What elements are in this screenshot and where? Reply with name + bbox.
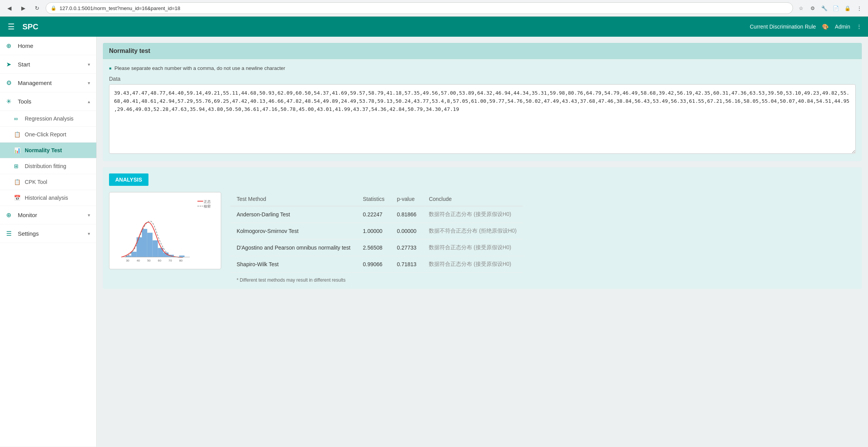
table-row: D'Agostino and Pearson omnibus normality…: [230, 240, 523, 256]
results-table: Test Method Statistics p-value Conclude …: [230, 192, 523, 273]
sidebar-item-settings-label: Settings: [18, 230, 39, 237]
sidebar-item-cpk-tool[interactable]: 📋 CPK Tool: [0, 174, 96, 190]
browser-chrome: ◀ ▶ ↻ 🔒 127.0.0.1:5001/norm_test?menu_id…: [0, 0, 868, 17]
col-header-conclude: Conclude: [423, 192, 523, 206]
row4-pvalue: 0.71813: [391, 256, 423, 273]
svg-rect-8: [147, 233, 153, 257]
normality-test-card: Normality test Please separate each numb…: [103, 43, 862, 161]
svg-rect-13: [179, 255, 184, 257]
sidebar-item-historical-analysis[interactable]: 📅 Historical analysis: [0, 190, 96, 206]
main-layout: ⊕ Home ➤ Start ▾ ⚙ Management ▾ ✳ Tools …: [0, 37, 868, 447]
table-row: Shapiro-Wilk Test 0.99066 0.71813 数据符合正态…: [230, 256, 523, 273]
menu-button[interactable]: ⋮: [854, 3, 864, 13]
sidebar-item-one-click-label: One-Click Report: [25, 131, 66, 138]
row4-conclude: 数据符合正态分布 (接受原假设H0): [423, 256, 523, 273]
extension-3[interactable]: 📄: [831, 3, 841, 13]
discrimination-rule-label: Current Discrimination Rule: [750, 24, 816, 30]
forward-button[interactable]: ▶: [18, 3, 29, 14]
analysis-label: ANALYSIS: [109, 173, 148, 186]
tools-icon: ✳: [6, 98, 14, 105]
svg-text:50: 50: [147, 259, 151, 262]
svg-rect-5: [131, 252, 136, 257]
histogram-chart: 正态 核密: [109, 192, 221, 269]
row3-statistics: 2.56508: [357, 240, 391, 256]
col-header-method: Test Method: [230, 192, 357, 206]
row2-pvalue: 0.00000: [391, 223, 423, 240]
sidebar-item-management[interactable]: ⚙ Management ▾: [0, 74, 96, 92]
extension-2[interactable]: 🔧: [819, 3, 829, 13]
sidebar-item-tools-label: Tools: [18, 98, 31, 105]
one-click-report-icon: 📋: [14, 131, 21, 138]
sidebar-item-start[interactable]: ➤ Start ▾: [0, 55, 96, 74]
data-input[interactable]: 39.43,47.47,48.77,64.40,59.14,49.21,55.1…: [109, 84, 856, 154]
distribution-fitting-icon: ⊞: [14, 163, 21, 169]
footnote: * Different test methods may result in d…: [230, 277, 856, 283]
row2-statistics: 1.00000: [357, 223, 391, 240]
sidebar-item-distribution-fitting[interactable]: ⊞ Distribution fitting: [0, 158, 96, 174]
normality-test-header: Normality test: [103, 43, 862, 59]
svg-rect-7: [142, 229, 147, 257]
settings-icon: ☰: [6, 230, 14, 237]
reload-button[interactable]: ↻: [32, 3, 43, 14]
sidebar-item-normality-test[interactable]: 📊 Normality Test: [0, 143, 96, 158]
sidebar-item-normality-label: Normality Test: [25, 147, 62, 153]
svg-text:核密: 核密: [203, 204, 211, 208]
sidebar-item-cpk-label: CPK Tool: [25, 179, 47, 185]
svg-text:60: 60: [158, 259, 161, 262]
home-icon: ⊕: [6, 42, 14, 49]
hamburger-icon: ☰: [8, 22, 15, 31]
monitor-icon: ⊕: [6, 211, 14, 219]
row2-method: Kolmogorov-Smirnov Test: [230, 223, 357, 240]
sidebar-item-distribution-label: Distribution fitting: [25, 163, 66, 169]
hamburger-menu-button[interactable]: ☰: [6, 20, 16, 33]
browser-toolbar: ☆ ⚙ 🔧 📄 🔒 ⋮: [796, 3, 864, 13]
sidebar-item-one-click-report[interactable]: 📋 One-Click Report: [0, 127, 96, 143]
info-text: Please separate each number with a comma…: [114, 65, 285, 71]
svg-text:80: 80: [179, 259, 182, 262]
user-label: Admin: [835, 24, 850, 30]
sidebar-item-regression[interactable]: ∞ Regression Analysis: [0, 111, 96, 127]
extension-1[interactable]: ⚙: [808, 3, 818, 13]
management-arrow-icon: ▾: [88, 80, 90, 86]
analysis-body: ANALYSIS 正态 核密: [103, 167, 862, 289]
row1-conclude: 数据符合正态分布 (接受原假设H0): [423, 206, 523, 223]
address-url: 127.0.0.1:5001/norm_test?menu_id=16&pare…: [60, 5, 180, 11]
nav-right: Current Discrimination Rule 🎨 Admin ⋮: [750, 24, 862, 30]
sidebar: ⊕ Home ➤ Start ▾ ⚙ Management ▾ ✳ Tools …: [0, 37, 97, 447]
sidebar-item-home[interactable]: ⊕ Home: [0, 37, 96, 55]
row3-pvalue: 0.27733: [391, 240, 423, 256]
row4-method: Shapiro-Wilk Test: [230, 256, 357, 273]
info-bar: Please separate each number with a comma…: [109, 65, 856, 71]
analysis-content: 正态 核密: [109, 192, 856, 283]
address-bar[interactable]: 🔒 127.0.0.1:5001/norm_test?menu_id=16&pa…: [46, 2, 793, 14]
start-arrow-icon: ▾: [88, 62, 90, 67]
sidebar-item-settings[interactable]: ☰ Settings ▾: [0, 224, 96, 243]
row1-method: Anderson-Darling Test: [230, 206, 357, 223]
sidebar-item-start-label: Start: [18, 61, 30, 68]
regression-icon: ∞: [14, 116, 21, 122]
sidebar-item-management-label: Management: [18, 80, 52, 86]
sidebar-item-tools[interactable]: ✳ Tools ▴: [0, 92, 96, 111]
row3-conclude: 数据符合正态分布 (接受原假设H0): [423, 240, 523, 256]
bookmark-button[interactable]: ☆: [796, 3, 806, 13]
normality-test-title: Normality test: [109, 48, 150, 54]
table-row: Anderson-Darling Test 0.22247 0.81866 数据…: [230, 206, 523, 223]
analysis-card: ANALYSIS 正态 核密: [103, 167, 862, 289]
sidebar-item-monitor[interactable]: ⊕ Monitor ▾: [0, 206, 96, 224]
row3-method: D'Agostino and Pearson omnibus normality…: [230, 240, 357, 256]
row1-statistics: 0.22247: [357, 206, 391, 223]
sidebar-item-regression-label: Regression Analysis: [25, 116, 73, 122]
data-label: Data: [109, 76, 856, 82]
start-icon: ➤: [6, 61, 14, 68]
monitor-arrow-icon: ▾: [88, 212, 90, 218]
row4-statistics: 0.99066: [357, 256, 391, 273]
back-button[interactable]: ◀: [4, 3, 15, 14]
extension-4[interactable]: 🔒: [842, 3, 853, 13]
management-icon: ⚙: [6, 79, 14, 87]
col-header-statistics: Statistics: [357, 192, 391, 206]
sidebar-item-historical-label: Historical analysis: [25, 195, 68, 201]
address-lock-icon: 🔒: [51, 5, 56, 11]
histogram-svg: 正态 核密: [113, 195, 218, 266]
col-header-pvalue: p-value: [391, 192, 423, 206]
main-content: Normality test Please separate each numb…: [97, 37, 868, 447]
